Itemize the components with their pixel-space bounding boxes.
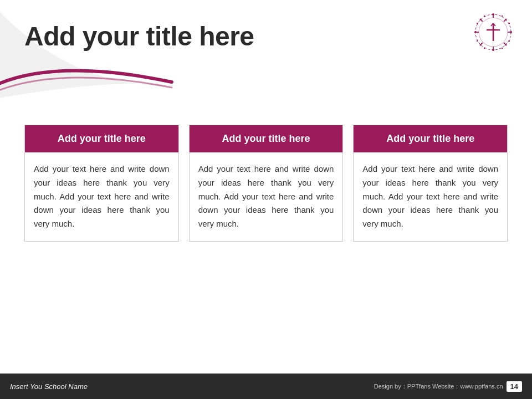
- university-logo: [471, 10, 515, 54]
- card-1-header: Add your title here: [25, 125, 178, 152]
- page-number: 14: [507, 381, 522, 392]
- main-title: Add your title here: [24, 21, 254, 52]
- svg-point-21: [480, 44, 482, 46]
- svg-point-18: [480, 19, 482, 21]
- top-decoration: [0, 0, 532, 111]
- slide: Add your title here: [0, 0, 532, 399]
- svg-point-17: [510, 31, 512, 33]
- card-2-body: Add your text here and write down your i…: [190, 152, 343, 241]
- footer-school-name: Insert You School Name: [10, 382, 88, 391]
- svg-point-28: [502, 16, 503, 17]
- footer-right: Design by：PPTfans Website：www.pptfans.cn…: [374, 381, 522, 392]
- footer-credit: Design by：PPTfans Website：www.pptfans.cn: [374, 382, 503, 391]
- cards-container: Add your title here Add your text here a…: [24, 125, 508, 242]
- svg-point-24: [477, 40, 478, 42]
- svg-point-22: [484, 16, 485, 17]
- card-3: Add your title here Add your text here a…: [353, 125, 508, 242]
- card-1-body: Add your text here and write down your i…: [25, 152, 178, 241]
- card-2-header: Add your title here: [190, 125, 343, 152]
- svg-point-20: [505, 19, 507, 21]
- svg-point-14: [492, 13, 494, 16]
- footer: Insert You School Name Design by：PPTfans…: [0, 374, 532, 399]
- card-1: Add your title here Add your text here a…: [24, 125, 179, 242]
- svg-point-19: [505, 44, 507, 46]
- svg-point-23: [502, 48, 503, 49]
- svg-point-26: [477, 23, 478, 24]
- card-3-body: Add your text here and write down your i…: [354, 152, 507, 241]
- svg-point-15: [492, 49, 494, 51]
- svg-point-27: [509, 40, 510, 42]
- card-3-header: Add your title here: [354, 125, 507, 152]
- svg-point-16: [474, 31, 477, 33]
- svg-point-25: [509, 23, 510, 24]
- card-2: Add your title here Add your text here a…: [189, 125, 344, 242]
- svg-point-29: [484, 48, 485, 49]
